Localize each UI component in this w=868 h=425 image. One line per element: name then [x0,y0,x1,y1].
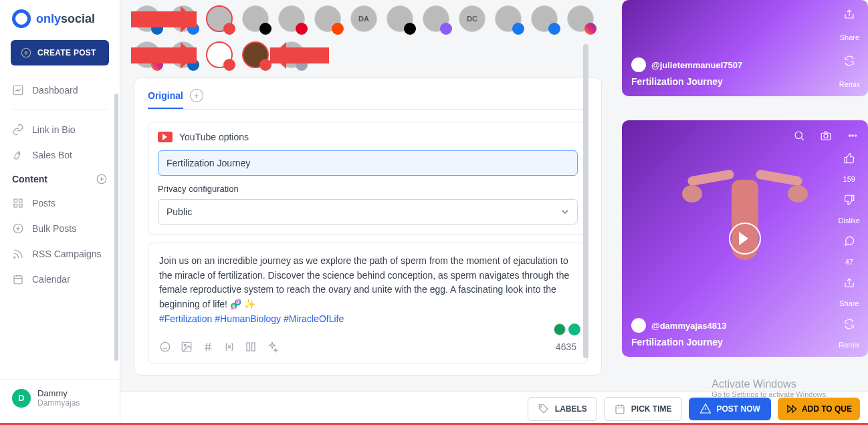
calendar-icon [12,273,24,285]
youtube-options: YouTube options Privacy configuration Pu… [148,122,588,235]
plus-circle-icon[interactable] [96,173,108,185]
account-chip[interactable]: DA [350,5,377,32]
variable-icon[interactable] [223,341,235,353]
svg-point-22 [540,406,542,407]
alert-icon [699,403,712,415]
logo-icon [12,9,31,28]
reddit-icon [332,23,344,35]
tab-add-button[interactable]: + [190,89,203,102]
sidebar-item-linkinbio[interactable]: Link in Bio [0,117,120,142]
sidebar-item-bulkposts[interactable]: Bulk Posts [0,216,120,241]
share-icon[interactable] [843,8,855,20]
preview-overlay: @julietemmanuel7507 Fertilization Journe… [622,48,868,96]
sidebar-item-posts[interactable]: Posts [0,190,120,216]
more-icon[interactable] [847,130,859,142]
sidebar-item-rss[interactable]: RSS Campaigns [0,241,120,267]
sidebar-label: Posts [32,198,56,208]
svg-rect-5 [19,199,23,202]
tumblr-icon [404,23,416,35]
sidebar-label: Calendar [32,274,70,285]
grammarly-icon[interactable] [568,323,580,335]
separator [12,110,108,110]
sidebar-label: Sales Bot [32,150,72,160]
extension-badge[interactable] [554,323,566,335]
sidebar-item-calendar[interactable]: Calendar [0,267,120,292]
play-button[interactable] [729,223,761,255]
account-chip[interactable] [567,5,594,32]
account-chip[interactable] [495,5,522,32]
create-post-button[interactable]: CREATE POST [11,40,109,65]
hashtag-icon[interactable] [202,341,214,353]
annotation-arrow [131,11,197,27]
scrollbar-thumb[interactable] [114,94,118,361]
preview-title: Fertilization Journey [631,76,859,87]
facebook-icon [548,23,560,35]
youtube-icon [223,59,235,71]
account-chip[interactable] [206,41,233,68]
sidebar: onlysocial CREATE POST Dashboard Link in… [0,0,120,425]
accounts-row-2 [134,41,602,68]
user-block[interactable]: D Dammy Dammyajas [0,380,120,416]
pinterest-icon [296,23,308,35]
account-chip[interactable]: DC [459,5,485,32]
tiktok-icon [259,23,272,35]
image-icon[interactable] [181,341,193,353]
youtube-heading-label: YouTube options [179,132,249,142]
add-to-queue-button[interactable]: ADD TO QUE [778,398,860,420]
youtube-title-input[interactable] [158,150,578,176]
dislike-icon[interactable] [843,194,855,206]
brand-bold: only [36,12,61,26]
comment-icon[interactable] [843,235,855,247]
share-icon[interactable] [843,277,855,289]
svg-point-18 [824,134,828,138]
account-chip[interactable] [242,5,269,32]
account-chip[interactable] [278,5,305,32]
post-now-button[interactable]: POST NOW [689,398,771,420]
scrollbar-thumb[interactable] [583,44,588,358]
dislike-label: Dislike [839,217,860,225]
account-chip[interactable] [387,5,413,32]
pick-time-button[interactable]: PICK TIME [604,397,682,421]
preview-illustration [685,153,805,287]
account-chip[interactable] [206,5,233,32]
plus-circle-icon [12,223,24,235]
link-icon [12,124,24,136]
search-icon[interactable] [793,130,805,142]
sidebar-label: Link in Bio [32,124,76,135]
description-hashtags: #Fertilization #HumanBiology #MiracleOfL… [159,313,344,324]
svg-point-11 [160,343,170,352]
grid-icon [12,197,24,209]
preview-overlay: @dammyajas4813 Fertilization Journey [622,309,868,357]
youtube-options-heading: YouTube options [158,132,578,142]
emoji-icon[interactable] [159,341,171,353]
svg-rect-10 [14,276,22,284]
annotation-arrow [270,47,329,63]
account-chip[interactable] [314,5,341,32]
svg-point-9 [14,257,15,258]
svg-rect-6 [14,204,17,208]
sidebar-item-dashboard[interactable]: Dashboard [0,78,120,103]
description-text[interactable]: Join us on an incredible journey as we e… [159,254,576,326]
brand-logo[interactable]: onlysocial [0,9,120,40]
sidebar-item-salesbot[interactable]: Sales Bot [0,142,120,168]
like-icon[interactable] [843,152,855,164]
editor-toolbar: 4635 [159,341,576,353]
tab-original[interactable]: Original [148,90,183,109]
labels-button[interactable]: LABELS [528,397,597,421]
account-chip[interactable] [423,5,449,32]
template-icon[interactable] [245,341,257,353]
action-label: Share [840,33,859,41]
svg-point-20 [852,135,853,136]
sparkle-icon[interactable] [266,341,278,353]
sidebar-label: Bulk Posts [32,223,76,234]
svg-point-19 [849,135,850,136]
svg-point-21 [855,135,856,136]
privacy-select[interactable]: Public [158,199,578,225]
avatar [631,318,646,333]
rss-icon [12,248,24,260]
preview-card-2[interactable]: 159 Dislike 47 Share Remix @dammyajas481… [622,120,868,357]
account-chip[interactable] [531,5,558,32]
camera-icon[interactable] [820,130,832,142]
dashboard-icon [12,84,24,96]
preview-card-1[interactable]: Share Remix @julietemmanuel7507 Fertiliz… [622,0,868,96]
